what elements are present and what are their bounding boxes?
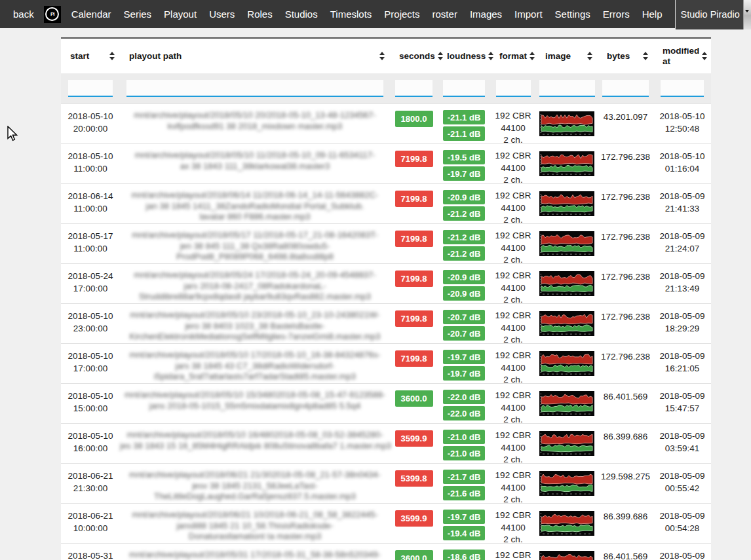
playout-path-blurred: mnt/archive/playout/2018/06/21 10/2018-0… xyxy=(120,510,390,521)
start-date: 2018-05-17 xyxy=(61,230,120,242)
playout-path-blurred: jan 38 1845 1411_38ZandoRadioMondial Por… xyxy=(120,201,390,212)
sort-arrows-icon[interactable] xyxy=(643,52,648,60)
studio-select-dropdown-button[interactable] xyxy=(743,0,751,29)
bytes-value: 172.796.238 xyxy=(598,184,653,223)
filter-input-image[interactable] xyxy=(539,80,595,97)
filter-input-modified[interactable] xyxy=(661,80,704,97)
format-line: 192 CBR xyxy=(490,270,536,282)
column-header-label: loudness xyxy=(447,51,486,62)
start-date: 2018-05-10 xyxy=(61,390,120,402)
cell-seconds: 5399.8 xyxy=(390,464,438,503)
nav-item-timeslots[interactable]: Timeslots xyxy=(330,9,372,20)
sort-arrows-icon[interactable] xyxy=(702,52,707,60)
waveform-image[interactable] xyxy=(539,551,594,560)
waveform-image[interactable] xyxy=(539,271,594,296)
cell-image xyxy=(536,464,598,503)
cell-start: 2018-05-1011:00:00 xyxy=(61,144,120,183)
nav-items: CalendarSeriesPlayoutUsersRolesStudiosTi… xyxy=(71,9,675,20)
loudness-badges: -21.0 dB-21.0 dB xyxy=(438,430,490,460)
loudness-badge: -21.1 dB xyxy=(443,126,485,141)
loudness-badge: -20.9 dB xyxy=(443,190,485,204)
seconds-badge: 7199.8 xyxy=(395,310,433,327)
column-header-format[interactable]: format xyxy=(490,39,536,73)
nav-item-users[interactable]: Users xyxy=(209,9,235,20)
modified-date: 2018-05-09 xyxy=(653,190,711,202)
cell-loudness: -21.0 dB-21.0 dB xyxy=(438,424,490,463)
column-header-start[interactable]: start xyxy=(61,39,120,73)
waveform-image[interactable] xyxy=(539,111,594,136)
cell-path: mnt/archive/playout/2018/05/10 15/348020… xyxy=(120,384,390,423)
cell-start: 2018-05-1020:00:00 xyxy=(61,104,120,143)
sort-arrows-icon[interactable] xyxy=(587,52,592,60)
nav-item-projects[interactable]: Projects xyxy=(384,9,419,20)
column-header-label: seconds xyxy=(399,51,435,62)
column-header-modified[interactable]: modified at xyxy=(653,39,711,73)
start-date: 2018-05-10 xyxy=(61,150,120,162)
cell-start: 2018-05-2417:00:00 xyxy=(61,264,120,303)
column-header-bytes[interactable]: bytes xyxy=(598,39,653,73)
sort-arrows-icon[interactable] xyxy=(530,52,535,60)
cell-seconds: 3599.9 xyxy=(390,504,438,543)
cell-path: mnt/archive/playout/2018/06/21 10/2018-0… xyxy=(120,504,390,543)
waveform-image[interactable] xyxy=(539,351,594,376)
format-line: 44100 xyxy=(490,362,536,375)
bytes-value: 86.399.686 xyxy=(598,424,653,463)
seconds-badge: 7199.8 xyxy=(395,191,433,207)
column-header-path[interactable]: playout path xyxy=(120,39,390,73)
studio-select[interactable]: Studio Piradio xyxy=(675,0,751,29)
cell-image xyxy=(536,544,598,560)
loudness-badge: -19.4 dB xyxy=(443,526,485,540)
nav-item-images[interactable]: Images xyxy=(470,9,502,20)
waveform-image[interactable] xyxy=(539,231,594,256)
filter-input-format[interactable] xyxy=(496,80,531,97)
column-header-seconds[interactable]: seconds xyxy=(390,39,438,73)
modified-date: 2018-05-09 xyxy=(653,270,711,282)
mouse-cursor xyxy=(7,126,19,141)
nav-right-group: Studio Piradio Project 88vier Logout mi xyxy=(675,0,751,29)
format-line: 192 CBR xyxy=(490,470,536,482)
waveform-image[interactable] xyxy=(539,511,594,536)
piradio-logo-icon[interactable]: PI xyxy=(44,6,61,23)
nav-item-errors[interactable]: Errors xyxy=(603,9,630,20)
filter-input-seconds[interactable] xyxy=(395,80,433,97)
page: { "nav": { "back_label": "back", "logo_t… xyxy=(0,0,751,560)
waveform-image[interactable] xyxy=(539,191,594,216)
cell-start: 2018-06-1411:00:00 xyxy=(61,184,120,223)
nav-item-calendar[interactable]: Calendar xyxy=(71,9,111,20)
sort-arrows-icon[interactable] xyxy=(109,52,115,60)
nav-item-settings[interactable]: Settings xyxy=(555,9,590,20)
loudness-badge: -20.7 dB xyxy=(443,326,485,341)
waveform-image[interactable] xyxy=(539,391,594,416)
nav-item-import[interactable]: Import xyxy=(514,9,543,20)
filter-input-loudness[interactable] xyxy=(443,80,485,97)
nav-item-help[interactable]: Help xyxy=(642,9,663,20)
back-button[interactable]: back xyxy=(13,9,34,20)
cell-image xyxy=(536,264,598,303)
seconds-badge: 1800.0 xyxy=(395,111,433,127)
filter-input-bytes[interactable] xyxy=(602,80,649,97)
waveform-image[interactable] xyxy=(539,151,594,176)
playout-path-blurred: kvlfpodfkssd91 38 2018_mixdown master.mp… xyxy=(120,121,390,132)
nav-item-series[interactable]: Series xyxy=(124,9,152,20)
filter-input-start[interactable] xyxy=(68,80,113,97)
column-header-loudness[interactable]: loudness xyxy=(438,39,490,73)
nav-item-studios[interactable]: Studios xyxy=(285,9,318,20)
nav-item-roster[interactable]: roster xyxy=(433,9,457,20)
column-header-image[interactable]: image xyxy=(536,39,598,73)
modified-time: 01:16:04 xyxy=(653,162,711,175)
waveform-image[interactable] xyxy=(539,471,594,496)
loudness-badge: -21.7 dB xyxy=(443,470,485,484)
cell-path: mnt/archive/playout/2018/06/21 21/302018… xyxy=(120,464,390,503)
waveform-image[interactable] xyxy=(539,311,594,336)
table-body: 2018-05-1020:00:00mnt/archive/playout/20… xyxy=(61,103,711,560)
format-line: 44100 xyxy=(490,122,536,135)
column-header-label: bytes xyxy=(607,51,630,62)
loudness-badges: -20.7 dB-20.7 dB xyxy=(438,310,490,341)
waveform-image[interactable] xyxy=(539,431,594,456)
nav-item-roles[interactable]: Roles xyxy=(247,9,272,20)
nav-item-playout[interactable]: Playout xyxy=(164,9,197,20)
filter-input-path[interactable] xyxy=(126,80,383,97)
playout-path-blurred: ProdPod8_P8089P068_6498.8ta8ss88p8 xyxy=(120,252,390,263)
loudness-badges: -21.2 dB-21.2 dB xyxy=(438,230,490,261)
sort-arrows-icon[interactable] xyxy=(379,52,385,60)
